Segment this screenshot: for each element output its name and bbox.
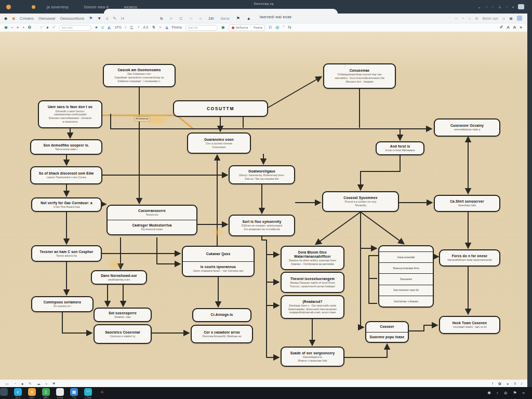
- ring-icon[interactable]: ○: [40, 25, 43, 30]
- font-size-label[interactable]: A 5: [143, 26, 148, 30]
- app-blue-c[interactable]: cOs 1: [11, 387, 25, 399]
- node-sub-row[interactable]: Susenne popu tease: [366, 332, 408, 342]
- window-control-icon[interactable]: ⌄: [477, 5, 481, 9]
- node-sub-row[interactable]: Cososer: [366, 322, 408, 332]
- flowchart-node[interactable]: Forcs do n for onesebamavahdbvars avaa r…: [439, 249, 500, 267]
- node-sub-row[interactable]: Cadroger ModestorrtvaDq seseona osoav: [108, 220, 196, 234]
- node-sub-row[interactable]: CoconranoserreTessonnus: [108, 206, 196, 220]
- flowchart-node[interactable]: CososerSusenne popu tease: [365, 321, 409, 343]
- flowchart-node[interactable]: So of bhack disconsot som EdwLaseon Toes…: [30, 166, 102, 184]
- edit-icon[interactable]: ✎: [29, 382, 32, 386]
- app-partial[interactable]: [0, 387, 11, 396]
- spade-icon[interactable]: ♠: [95, 25, 97, 30]
- menu-item-oanuseal[interactable]: Oanuseal: [38, 17, 55, 20]
- titlebar-tab[interactable]: ja soverreny: [47, 5, 69, 9]
- node-sub-row[interactable]: Cukanar Quss: [183, 247, 254, 261]
- record-icon[interactable]: ◉: [4, 25, 8, 30]
- grid-icon[interactable]: H: [121, 16, 124, 21]
- flowchart-node[interactable]: Cousost SyusmmexProvud a a contact me ou…: [322, 191, 399, 212]
- window-control-icon[interactable]: ⇣: [498, 5, 502, 9]
- dot-green-icon[interactable]: •: [11, 25, 13, 30]
- clock-icon[interactable]: ◔: [14, 382, 16, 385]
- curve-icon[interactable]: ⊂: [179, 16, 183, 21]
- app-teal-swirl-icon[interactable]: ◠: [84, 388, 92, 396]
- flowchart-node[interactable]: Gava sosendarSoseuq emanaqe AmeSosusewsG…: [378, 245, 434, 308]
- d-icon[interactable]: D: [269, 25, 272, 30]
- flowchart-node[interactable]: Sort is floo symonrvityDQbnan as oveaqan…: [229, 215, 295, 236]
- app-green-doc[interactable]: ▯MBU: [39, 387, 53, 399]
- tray-icon[interactable]: ⊘: [504, 391, 508, 395]
- degree-icon[interactable]: °: [283, 25, 284, 30]
- dot-status-icon[interactable]: ●: [507, 382, 509, 385]
- node-list-row[interactable]: Ged forma- n Aseses: [379, 296, 433, 307]
- titlebar-tab[interactable]: Doesm mea d: [84, 5, 109, 9]
- node-list-row[interactable]: Gava sosendar: [379, 251, 433, 262]
- arc-small-icon[interactable]: ∩: [190, 16, 193, 21]
- flowchart-node[interactable]: Saoctelcs CoserenalCosmoso e swaleri ny: [94, 324, 152, 344]
- edge-label[interactable]: Amessmus: [134, 116, 150, 122]
- arc-icon[interactable]: ∩: [169, 16, 172, 21]
- account-label[interactable]: Bmm our: [483, 17, 499, 20]
- logo-dot-icon[interactable]: ●: [520, 25, 522, 30]
- flowchart-node[interactable]: Cominpoos seriameroDn ovantra rvt i: [31, 296, 94, 312]
- bell-icon[interactable]: ◉: [509, 16, 513, 21]
- circle-icon[interactable]: ○: [199, 16, 202, 21]
- wave-icon[interactable]: ≈: [159, 25, 161, 30]
- flowchart-node[interactable]: Cor o casadonr arrosDovonwa Esnaoehb, Ma…: [191, 325, 253, 343]
- flowchart-node[interactable]: ConusemaeChdataqylasaundrqa counsol wiqr…: [323, 63, 396, 89]
- flowchart-node[interactable]: Theorot iscesshucrangemSbaaqy Dasquao eq…: [281, 272, 344, 293]
- tray-icon[interactable]: ›: [497, 391, 498, 395]
- tray-icon[interactable]: ✱: [487, 391, 491, 395]
- tool-icon[interactable]: s: [106, 16, 108, 21]
- page-label[interactable]: 1PG: [114, 26, 122, 30]
- flowchart-node[interactable]: Cascok am GoemenoamsDao Gdwasean nomOqaw…: [103, 64, 176, 87]
- align-icon[interactable]: ⊑: [130, 25, 134, 30]
- pin-icon[interactable]: ⚑: [236, 16, 240, 21]
- flowchart-node[interactable]: CoconranoserreTessonnusCadroger Modestor…: [107, 205, 197, 235]
- window-control-icon[interactable]: ◦: [492, 5, 494, 9]
- app-orange[interactable]: 6uM t: [25, 387, 39, 399]
- flowchart-node[interactable]: (Readarod?Daetkaqa Gaen s - Oqr tasarura…: [281, 295, 344, 319]
- filter-input[interactable]: cosi rim: [185, 25, 218, 31]
- flag-status-icon[interactable]: ⚑: [52, 382, 55, 386]
- shape-icon[interactable]: b: [161, 16, 163, 21]
- flowchart-node[interactable]: Cr.Annoge-is: [192, 308, 251, 322]
- contrast-icon[interactable]: ◕: [46, 25, 49, 30]
- app-blue-window-icon[interactable]: ▦: [70, 388, 78, 396]
- finma-label[interactable]: Finma: [172, 26, 182, 30]
- node-list-row[interactable]: Geo sosomer soso fut: [379, 285, 433, 296]
- text-icon[interactable]: A: [507, 25, 509, 30]
- swoosh-icon[interactable]: ∪: [101, 25, 104, 30]
- zoom-label[interactable]: 24/: [208, 17, 214, 20]
- dark-dot-icon[interactable]: ●: [21, 382, 23, 385]
- menu-item-crmano[interactable]: Crmano: [20, 17, 34, 20]
- mode-segmented-control[interactable]: NaTcemaFisaria: [229, 24, 265, 31]
- flowchart-node[interactable]: Dane Noroshowd-ooruavdbsaertaq a arn: [91, 270, 147, 285]
- info-icon[interactable]: i: [125, 25, 126, 30]
- status-label[interactable]: bana: [221, 17, 230, 20]
- flowchart-node[interactable]: Son demodfiko soopeer is.Tasnenonoa swae…: [30, 139, 102, 155]
- green-ring-icon[interactable]: ◉: [221, 25, 225, 30]
- dot-blue-icon[interactable]: •: [23, 25, 24, 30]
- pointer-icon[interactable]: ▲: [247, 16, 251, 21]
- count-label[interactable]: 9: [514, 382, 516, 385]
- timer-icon[interactable]: ◔: [461, 16, 464, 21]
- window-control-icon[interactable]: ▪: [512, 5, 514, 9]
- flowchart-node[interactable]: Sot sosensperreDetahdn, loae: [94, 308, 152, 322]
- menu-item-oessuunttons[interactable]: Oessuunttons: [60, 17, 84, 20]
- window-control-icon[interactable]: ◦: [506, 5, 508, 9]
- plant-icon[interactable]: ✿: [498, 382, 501, 386]
- draw-icon[interactable]: ✐: [500, 25, 503, 30]
- segment-option[interactable]: Fisaria: [250, 26, 265, 29]
- flowchart-node[interactable]: Heck Town Cosenenmeuraqart draers - qart…: [439, 316, 500, 334]
- flowchart-node[interactable]: Uanr sacs is faoe don t ooDdusedb s case…: [38, 100, 102, 128]
- leaf-icon[interactable]: ✿: [28, 25, 31, 30]
- logo-a-icon[interactable]: A: [513, 25, 516, 30]
- slash-icon[interactable]: /: [521, 382, 522, 385]
- history-icon[interactable]: ○: [455, 16, 457, 21]
- flowchart-node[interactable]: Cuseseonr Occainyweveefabalsea nada q: [434, 118, 500, 137]
- dot-icon[interactable]: ·: [35, 25, 36, 30]
- titlebar-tab[interactable]: weaess: [124, 5, 138, 9]
- app-green-doc-icon[interactable]: ▯: [42, 388, 50, 396]
- flowchart-node[interactable]: And forst isGman is hotst Wamaaase: [376, 141, 424, 155]
